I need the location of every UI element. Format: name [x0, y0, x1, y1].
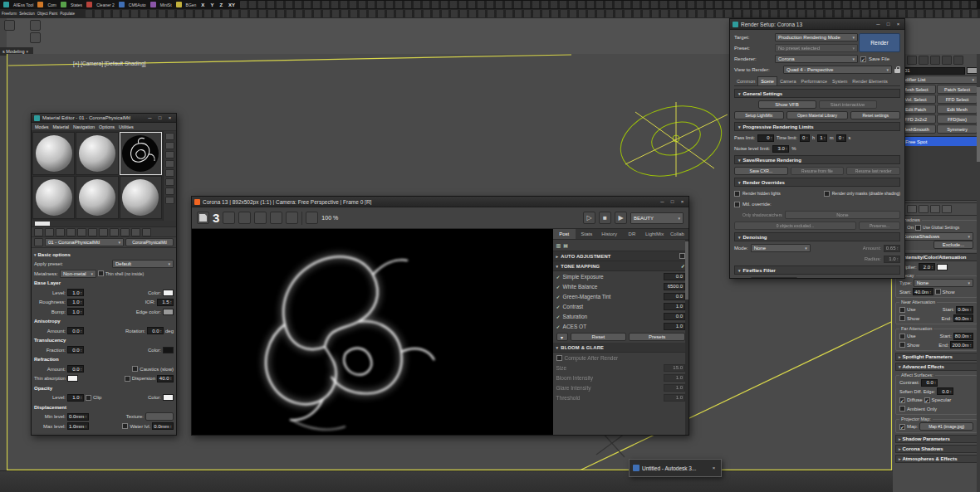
rollout-bloom-glare[interactable]: ▾BLOOM & GLARE — [553, 343, 688, 353]
basic-options-header[interactable]: Basic options — [38, 252, 71, 257]
minimize-icon[interactable]: ─ — [875, 22, 882, 27]
near-use-checkbox[interactable] — [899, 307, 905, 313]
material-editor-titlebar[interactable]: Material Editor - 01 - CoronaPhysicalMtl… — [32, 114, 176, 123]
diffuse-checkbox[interactable] — [899, 397, 905, 403]
go-forward-icon[interactable] — [142, 228, 151, 236]
rotation-spinner[interactable]: 0.0 — [147, 327, 164, 334]
tab-history[interactable]: History — [598, 229, 620, 239]
translucency-color-swatch[interactable] — [163, 347, 174, 353]
put-to-library-icon[interactable] — [88, 228, 97, 236]
dock-button[interactable] — [4, 20, 15, 31]
reset-map-icon[interactable] — [66, 228, 76, 236]
rollout-save-resume[interactable]: ▾Save/Resume Rendering — [734, 155, 900, 164]
material-name-dropdown[interactable]: 01 - CoronaPhysicalMtl — [45, 238, 124, 246]
material-slot[interactable] — [32, 132, 75, 175]
rollout-atmospheres[interactable]: ▸Atmospheres & Effects — [895, 455, 978, 463]
menu-utilities[interactable]: Utilities — [119, 124, 134, 129]
opacity-color-swatch[interactable] — [163, 394, 174, 401]
shadow-type-dropdown[interactable]: CoronaShadows — [899, 232, 973, 241]
reset-settings-button[interactable]: Reset settings — [850, 111, 900, 119]
thin-shell-checkbox[interactable] — [98, 270, 104, 276]
region-render-icon[interactable] — [254, 212, 267, 224]
caustics-checkbox[interactable] — [132, 366, 138, 372]
zoom-fit-icon[interactable] — [270, 212, 282, 224]
tab-performance[interactable]: Performance — [798, 76, 830, 85]
panel-scrollbar[interactable] — [685, 240, 688, 436]
projector-map-button[interactable]: Map #1 (image.jpg) — [919, 422, 973, 431]
video-color-check-icon[interactable] — [165, 169, 174, 177]
rollout-advanced-effects[interactable]: ▾Advanced Effects — [895, 363, 978, 371]
axis-constraint-z[interactable]: Z — [218, 2, 223, 7]
show-end-result-icon[interactable] — [120, 228, 130, 236]
time-minutes-spinner[interactable]: 1 — [817, 134, 827, 142]
show-end-result-icon[interactable] — [907, 205, 917, 213]
renderer-dropdown[interactable]: Corona — [775, 55, 858, 63]
make-unique-icon[interactable] — [919, 205, 929, 213]
tab-camera[interactable]: Camera — [777, 76, 799, 85]
soften-edge-spinner[interactable]: 0.0 — [937, 387, 953, 395]
display-tab-icon[interactable] — [942, 56, 952, 65]
aces-ot-value[interactable]: 1.0 — [664, 323, 685, 330]
rollout-spotlight-parameters[interactable]: ▸Spotlight Parameters — [895, 353, 978, 361]
near-start-spinner[interactable]: 0.0m — [956, 306, 973, 314]
material-slot[interactable] — [76, 132, 118, 175]
ior-spinner[interactable]: 1.5 — [157, 299, 174, 306]
tab-system[interactable]: System — [830, 76, 850, 85]
specular-checkbox[interactable] — [924, 397, 930, 403]
object-name-field[interactable]: ct001 — [895, 67, 965, 75]
sample-type-icon[interactable] — [165, 133, 174, 140]
minimized-window[interactable]: Untitled - Autodesk 3... × — [629, 459, 722, 477]
save-file-checkbox[interactable] — [860, 56, 866, 62]
tab-collab[interactable]: Collab — [666, 229, 688, 239]
render-setup-titlebar[interactable]: Render Setup: Corona 13 ─ □ × — [730, 19, 904, 30]
plugin-icon[interactable] — [61, 2, 66, 7]
backlight-icon[interactable] — [165, 142, 174, 149]
dock-button[interactable] — [30, 20, 41, 31]
edge-color-swatch[interactable] — [163, 309, 174, 315]
render-element-dropdown[interactable]: BEAUTY — [630, 212, 684, 224]
modifier-button[interactable]: Patch Select — [937, 85, 978, 94]
rollout-fireflies-filter[interactable]: ▾Fireflies Filter — [734, 265, 900, 275]
modifier-button[interactable]: FFD Select — [937, 95, 978, 104]
get-material-icon[interactable] — [34, 228, 43, 236]
material-slot-active[interactable] — [120, 132, 162, 175]
threshold-value[interactable]: 1.0 — [664, 394, 685, 402]
simple-exposure-value[interactable]: 0.0 — [664, 273, 685, 280]
reset-button[interactable]: Reset — [571, 333, 627, 341]
metalness-dropdown[interactable]: Non-metal — [60, 270, 96, 278]
material-type-button[interactable]: CoronaPhysicalMtl — [125, 238, 174, 246]
hierarchy-tab-icon[interactable] — [919, 56, 929, 65]
opacity-level-spinner[interactable]: 1.0 — [67, 394, 84, 402]
plugin-icon[interactable] — [3, 2, 9, 7]
preserve-button[interactable]: Preserve... — [859, 222, 900, 230]
rollout-shadow-parameters[interactable]: ▸Shadow Parameters — [895, 435, 978, 443]
tab-selection[interactable]: Selection — [19, 12, 35, 16]
rollout-corona-shadows[interactable]: ▸Corona Shadows — [895, 445, 978, 453]
time-seconds-spinner[interactable]: 0 — [836, 134, 846, 142]
check-icon[interactable]: ✓ — [556, 284, 561, 290]
image-history-icon[interactable] — [223, 212, 235, 224]
pixel-probe-icon[interactable] — [286, 212, 298, 224]
far-use-checkbox[interactable] — [899, 334, 905, 339]
time-hours-spinner[interactable]: 0 — [800, 134, 810, 142]
displacement-texture-button[interactable] — [145, 412, 174, 421]
ambient-only-checkbox[interactable] — [899, 406, 905, 412]
make-preview-icon[interactable] — [165, 178, 174, 186]
tab-populate[interactable]: Populate — [60, 12, 75, 16]
axis-constraint-y[interactable]: Y — [209, 2, 214, 7]
save-cxr-button[interactable]: Save CXR... — [734, 167, 788, 175]
use-global-settings-checkbox[interactable] — [915, 225, 921, 231]
minimize-icon[interactable]: ─ — [146, 115, 154, 120]
zoom-level[interactable]: 100 % — [321, 215, 338, 221]
near-show-checkbox[interactable] — [899, 315, 905, 321]
rollout-auto-adjustment[interactable]: ▸AUTO ADJUSTMENT — [553, 251, 688, 261]
put-to-scene-icon[interactable] — [45, 228, 54, 236]
plugin-icon[interactable] — [37, 2, 43, 7]
material-id-icon[interactable] — [99, 228, 108, 236]
close-icon[interactable]: × — [166, 115, 174, 120]
tab-freeform[interactable]: Freeform — [2, 12, 17, 16]
rollout-tone-mapping[interactable]: ▾TONE MAPPING✓ — [553, 261, 688, 271]
noise-limit-spinner[interactable]: 3.0 — [772, 145, 789, 153]
lock-icon[interactable] — [894, 69, 900, 73]
close-icon[interactable]: × — [710, 465, 718, 470]
